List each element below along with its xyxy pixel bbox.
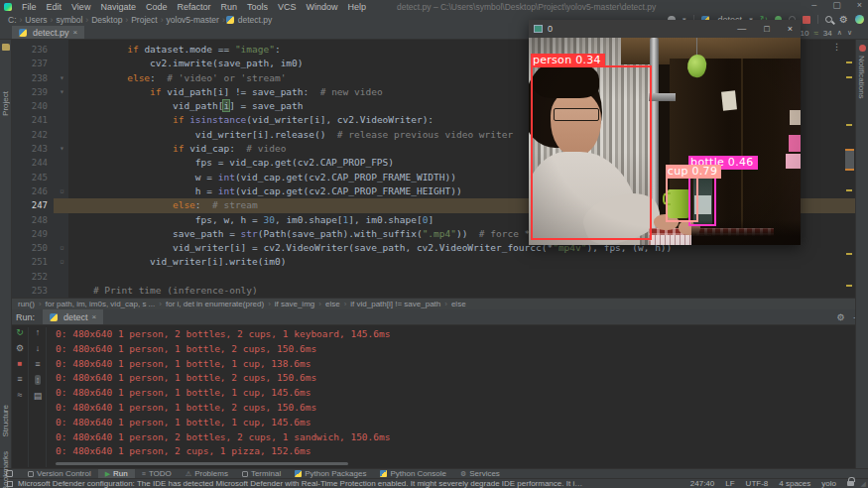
context-crumb[interactable]: else (451, 300, 466, 308)
context-crumb[interactable]: for i, det in enumerate(pred) (166, 300, 264, 308)
fold-gutter-icon: ▾ (54, 71, 70, 85)
soft-wrap-icon[interactable]: ≡ (35, 359, 40, 369)
avatar[interactable] (855, 15, 864, 24)
run-console[interactable]: ↻ ⚙ ■ ≡ ≈ ↑ ↓ ≡ ↕ ▤ 0: 480x640 1 person,… (12, 325, 868, 467)
rerun-icon[interactable]: ↻ (16, 327, 24, 337)
clear-console-icon[interactable]: ≈ (18, 390, 23, 400)
toolwindow-problems[interactable]: ⚠Problems (179, 469, 235, 478)
tool-window-bar: Version Control▶Run≡TODO⚠ProblemsTermina… (0, 468, 868, 478)
menu-view[interactable]: View (66, 2, 95, 12)
scroll-to-end-icon[interactable]: ↕ (35, 375, 42, 385)
dump-threads-icon[interactable]: ≡ (17, 374, 22, 384)
maximize-icon[interactable]: □ (764, 24, 769, 34)
status-message[interactable]: Microsoft Defender configuration: The ID… (18, 479, 583, 488)
menu-refactor[interactable]: Refactor (172, 2, 215, 12)
menu-vcs[interactable]: VCS (273, 2, 302, 12)
toolwindow-label: Version Control (37, 469, 91, 478)
toolwindow-python-packages[interactable]: Python Packages (288, 469, 373, 478)
toolwindow-python-console[interactable]: Python Console (373, 469, 452, 478)
code-text: # Print time (inference-only) (70, 284, 855, 298)
edit-config-icon[interactable]: ⚙ (16, 343, 24, 353)
caret-position[interactable]: 247:40 (690, 479, 714, 488)
editor-scrollbar[interactable] (845, 149, 854, 171)
close-run-tab-icon[interactable]: × (92, 312, 97, 321)
menu-run[interactable]: Run (215, 2, 242, 12)
breadcrumb-item[interactable]: Users (23, 15, 49, 25)
console-output: 0: 480x640 1 person, 2 bottles, 2 cups, … (56, 327, 858, 459)
gutter-spacer (54, 227, 70, 241)
menu-code[interactable]: Code (141, 2, 173, 12)
sidebar-item-project[interactable]: Project (1, 91, 10, 116)
sidebar-item-bookmarks[interactable]: Bookmarks (1, 451, 10, 488)
run-tab-detect[interactable]: detect × (43, 309, 103, 324)
console-line: 0: 480x640 1 person, 2 cups, 1 pizza, 15… (56, 444, 858, 459)
line-number: 243 (12, 142, 54, 156)
breadcrumb-item[interactable]: Project (129, 15, 159, 25)
gutter-spacer (54, 171, 70, 184)
panel-settings-icon[interactable]: ⚙ (837, 312, 845, 322)
up-stack-icon[interactable]: ↑ (36, 327, 41, 337)
opencv-video-window[interactable]: 0 — □ × (529, 20, 801, 245)
toolwindow-services[interactable]: ⚙Services (453, 469, 507, 478)
menu-help[interactable]: Help (343, 2, 372, 12)
breadcrumb-item[interactable]: Desktop (89, 15, 124, 25)
menu-window[interactable]: Window (302, 2, 343, 12)
breadcrumb-item[interactable]: detect.py (236, 15, 275, 25)
minimize-icon[interactable]: – (811, 0, 816, 10)
notifications-icon[interactable] (859, 45, 866, 52)
close-tab-icon[interactable]: × (73, 28, 78, 37)
stop-button[interactable] (803, 16, 810, 24)
context-crumb[interactable]: for path, im, im0s, vid_cap, s ... (46, 300, 156, 308)
next-issue-icon[interactable]: ∨ (847, 29, 852, 37)
context-crumb[interactable]: else (325, 300, 340, 308)
menu-edit[interactable]: Edit (42, 2, 67, 12)
context-crumb[interactable]: run() (18, 300, 35, 308)
scrollbar-mark (846, 253, 852, 255)
line-number: 250 (12, 241, 54, 255)
menu-file[interactable]: File (17, 2, 42, 12)
code-line[interactable]: 252 (12, 270, 855, 284)
gear-icon[interactable]: ⚙ (839, 15, 848, 25)
context-crumb[interactable]: if save_img (275, 300, 314, 308)
line-number: 244 (12, 156, 54, 170)
project-folder-icon[interactable] (2, 44, 10, 51)
close-icon[interactable]: × (788, 24, 793, 34)
line-separator[interactable]: LF (725, 479, 734, 488)
fold-gutter-icon: ▾ (54, 142, 70, 156)
sidebar-item-notifications[interactable]: Notifications (857, 56, 866, 99)
code-line[interactable]: 251▫ vid_writer[i].write(im0) (12, 255, 855, 269)
menu-tools[interactable]: Tools (242, 2, 273, 12)
stop-icon[interactable]: ■ (18, 359, 23, 368)
console-hscrollbar[interactable] (56, 462, 348, 465)
pycharm-logo-icon (4, 3, 12, 11)
toolwindow-terminal[interactable]: Terminal (235, 469, 288, 478)
toolwindow-run[interactable]: ▶Run (98, 469, 135, 478)
console-line: 0: 480x640 1 person, 2 bottles, 2 cups, … (56, 430, 858, 445)
tab-detect-py[interactable]: detect.py × (12, 26, 84, 39)
context-crumb[interactable]: if vid_path[i] != save_path (350, 300, 440, 308)
close-icon[interactable]: × (857, 0, 862, 10)
indent-style[interactable]: 4 spaces (779, 479, 810, 488)
breadcrumb-item[interactable]: symbol (54, 15, 84, 25)
menu-navigate[interactable]: Navigate (95, 2, 141, 12)
lock-icon[interactable] (847, 481, 854, 486)
python-file-icon (226, 16, 234, 24)
print-icon[interactable]: ▤ (34, 391, 43, 401)
editor-options-icon[interactable]: ⋮ (832, 42, 841, 52)
minimize-icon[interactable]: — (737, 24, 746, 34)
file-encoding[interactable]: UTF-8 (746, 479, 769, 488)
sidebar-item-structure[interactable]: Structure (1, 405, 10, 436)
toolwindow-todo[interactable]: ≡TODO (135, 469, 179, 478)
down-stack-icon[interactable]: ↓ (36, 343, 41, 353)
breadcrumb-item[interactable]: yolov5-master (165, 15, 221, 25)
prev-issue-icon[interactable]: ∧ (837, 29, 842, 37)
maximize-icon[interactable]: ▢ (832, 0, 841, 10)
typo-icon: ≈ (813, 29, 817, 38)
interpreter[interactable]: yolo (821, 479, 836, 488)
fold-gutter-icon: ▾ (54, 85, 70, 99)
breadcrumb-item[interactable]: C: (6, 15, 19, 25)
code-line[interactable]: 253 # Print time (inference-only) (12, 284, 855, 298)
search-icon[interactable] (825, 16, 832, 23)
resize-grip[interactable]: ◢ (861, 480, 866, 488)
toolwindow-version-control[interactable]: Version Control (21, 469, 98, 478)
